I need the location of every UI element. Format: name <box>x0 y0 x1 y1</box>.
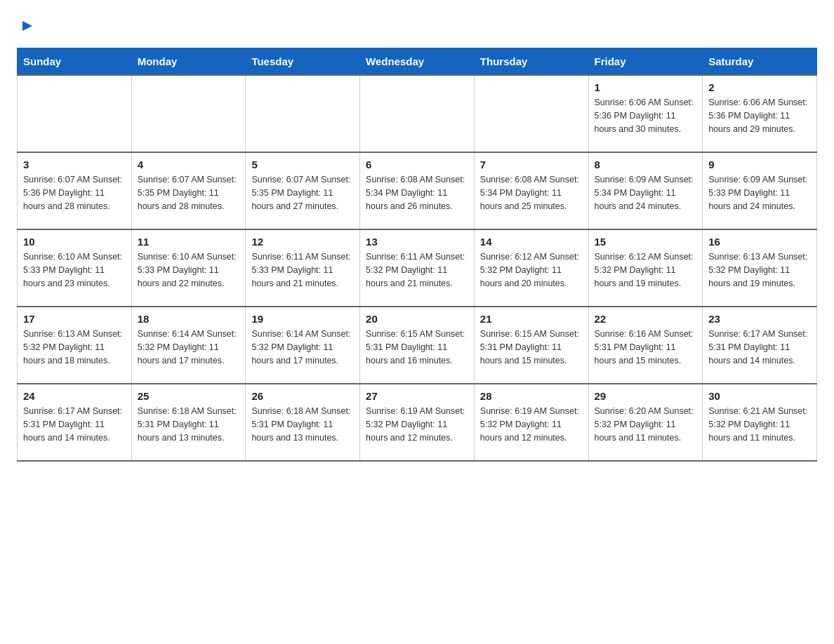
calendar-cell: 10Sunrise: 6:10 AM Sunset: 5:33 PM Dayli… <box>18 229 132 307</box>
day-number: 16 <box>708 236 811 248</box>
logo-arrow-icon <box>20 18 35 36</box>
calendar-cell: 9Sunrise: 6:09 AM Sunset: 5:33 PM Daylig… <box>703 152 817 229</box>
day-info: Sunrise: 6:06 AM Sunset: 5:36 PM Dayligh… <box>708 96 811 135</box>
calendar-cell: 14Sunrise: 6:12 AM Sunset: 5:32 PM Dayli… <box>474 229 588 307</box>
day-number: 4 <box>138 159 240 170</box>
calendar-cell: 27Sunrise: 6:19 AM Sunset: 5:32 PM Dayli… <box>360 384 475 461</box>
day-info: Sunrise: 6:10 AM Sunset: 5:33 PM Dayligh… <box>23 250 126 290</box>
day-number: 27 <box>366 390 468 402</box>
day-info: Sunrise: 6:07 AM Sunset: 5:35 PM Dayligh… <box>251 173 354 213</box>
calendar-cell <box>474 75 588 152</box>
day-info: Sunrise: 6:11 AM Sunset: 5:32 PM Dayligh… <box>366 250 468 290</box>
day-number: 29 <box>595 390 697 402</box>
calendar-cell: 7Sunrise: 6:08 AM Sunset: 5:34 PM Daylig… <box>474 152 588 229</box>
calendar-cell: 30Sunrise: 6:21 AM Sunset: 5:32 PM Dayli… <box>703 384 817 461</box>
day-number: 12 <box>251 236 354 248</box>
day-number: 3 <box>23 159 126 170</box>
day-info: Sunrise: 6:19 AM Sunset: 5:32 PM Dayligh… <box>366 405 468 444</box>
day-info: Sunrise: 6:13 AM Sunset: 5:32 PM Dayligh… <box>23 328 126 367</box>
day-info: Sunrise: 6:15 AM Sunset: 5:31 PM Dayligh… <box>480 328 583 367</box>
day-info: Sunrise: 6:08 AM Sunset: 5:34 PM Dayligh… <box>480 173 583 213</box>
day-number: 21 <box>480 313 583 325</box>
day-number: 13 <box>366 236 468 248</box>
day-info: Sunrise: 6:20 AM Sunset: 5:32 PM Dayligh… <box>595 405 697 444</box>
weekday-header-monday: Monday <box>131 48 246 76</box>
day-info: Sunrise: 6:12 AM Sunset: 5:32 PM Dayligh… <box>480 250 583 290</box>
day-info: Sunrise: 6:07 AM Sunset: 5:35 PM Dayligh… <box>138 173 240 213</box>
day-info: Sunrise: 6:17 AM Sunset: 5:31 PM Dayligh… <box>23 405 126 444</box>
calendar-cell: 4Sunrise: 6:07 AM Sunset: 5:35 PM Daylig… <box>131 152 246 229</box>
calendar-cell: 1Sunrise: 6:06 AM Sunset: 5:36 PM Daylig… <box>588 75 703 152</box>
day-number: 2 <box>708 81 811 93</box>
calendar-cell: 16Sunrise: 6:13 AM Sunset: 5:32 PM Dayli… <box>703 229 817 307</box>
day-info: Sunrise: 6:14 AM Sunset: 5:32 PM Dayligh… <box>251 328 354 367</box>
day-info: Sunrise: 6:15 AM Sunset: 5:31 PM Dayligh… <box>366 328 468 367</box>
day-info: Sunrise: 6:19 AM Sunset: 5:32 PM Dayligh… <box>480 405 583 444</box>
day-info: Sunrise: 6:18 AM Sunset: 5:31 PM Dayligh… <box>138 405 240 444</box>
day-number: 20 <box>366 313 468 325</box>
calendar-week-row: 1Sunrise: 6:06 AM Sunset: 5:36 PM Daylig… <box>18 75 817 152</box>
day-number: 1 <box>595 81 697 93</box>
calendar-cell: 3Sunrise: 6:07 AM Sunset: 5:36 PM Daylig… <box>18 152 132 229</box>
day-info: Sunrise: 6:08 AM Sunset: 5:34 PM Dayligh… <box>366 173 468 213</box>
day-info: Sunrise: 6:06 AM Sunset: 5:36 PM Dayligh… <box>595 96 697 135</box>
calendar-cell <box>18 75 132 152</box>
weekday-header-row: SundayMondayTuesdayWednesdayThursdayFrid… <box>18 48 817 76</box>
day-number: 18 <box>138 313 240 325</box>
calendar-week-row: 3Sunrise: 6:07 AM Sunset: 5:36 PM Daylig… <box>18 152 817 229</box>
weekday-header-wednesday: Wednesday <box>360 48 475 76</box>
calendar-cell: 29Sunrise: 6:20 AM Sunset: 5:32 PM Dayli… <box>588 384 703 461</box>
calendar-cell: 28Sunrise: 6:19 AM Sunset: 5:32 PM Dayli… <box>474 384 588 461</box>
calendar-cell: 18Sunrise: 6:14 AM Sunset: 5:32 PM Dayli… <box>131 307 246 384</box>
calendar-cell: 20Sunrise: 6:15 AM Sunset: 5:31 PM Dayli… <box>360 307 475 384</box>
calendar-week-row: 10Sunrise: 6:10 AM Sunset: 5:33 PM Dayli… <box>18 229 817 307</box>
calendar-cell: 12Sunrise: 6:11 AM Sunset: 5:33 PM Dayli… <box>246 229 360 307</box>
day-info: Sunrise: 6:17 AM Sunset: 5:31 PM Dayligh… <box>708 328 811 367</box>
logo <box>17 17 35 36</box>
day-info: Sunrise: 6:21 AM Sunset: 5:32 PM Dayligh… <box>708 405 811 444</box>
calendar-cell: 17Sunrise: 6:13 AM Sunset: 5:32 PM Dayli… <box>18 307 132 384</box>
day-number: 19 <box>251 313 354 325</box>
calendar-cell <box>360 75 475 152</box>
weekday-header-tuesday: Tuesday <box>246 48 360 76</box>
weekday-header-saturday: Saturday <box>703 48 817 76</box>
day-number: 5 <box>251 159 354 170</box>
calendar-week-row: 24Sunrise: 6:17 AM Sunset: 5:31 PM Dayli… <box>18 384 817 461</box>
svg-marker-0 <box>22 21 32 31</box>
day-info: Sunrise: 6:07 AM Sunset: 5:36 PM Dayligh… <box>23 173 126 213</box>
calendar-cell: 21Sunrise: 6:15 AM Sunset: 5:31 PM Dayli… <box>474 307 588 384</box>
day-info: Sunrise: 6:16 AM Sunset: 5:31 PM Dayligh… <box>595 328 697 367</box>
day-info: Sunrise: 6:13 AM Sunset: 5:32 PM Dayligh… <box>708 250 811 290</box>
calendar-cell <box>246 75 360 152</box>
day-number: 22 <box>595 313 697 325</box>
day-number: 17 <box>23 313 126 325</box>
day-info: Sunrise: 6:09 AM Sunset: 5:33 PM Dayligh… <box>708 173 811 213</box>
calendar-cell: 5Sunrise: 6:07 AM Sunset: 5:35 PM Daylig… <box>246 152 360 229</box>
day-number: 23 <box>708 313 811 325</box>
day-number: 24 <box>23 390 126 402</box>
calendar-cell: 11Sunrise: 6:10 AM Sunset: 5:33 PM Dayli… <box>131 229 246 307</box>
day-number: 11 <box>138 236 240 248</box>
calendar-cell: 15Sunrise: 6:12 AM Sunset: 5:32 PM Dayli… <box>588 229 703 307</box>
calendar-cell: 25Sunrise: 6:18 AM Sunset: 5:31 PM Dayli… <box>131 384 246 461</box>
weekday-header-thursday: Thursday <box>474 48 588 76</box>
day-info: Sunrise: 6:12 AM Sunset: 5:32 PM Dayligh… <box>595 250 697 290</box>
calendar-cell: 23Sunrise: 6:17 AM Sunset: 5:31 PM Dayli… <box>703 307 817 384</box>
day-number: 28 <box>480 390 583 402</box>
calendar-cell: 2Sunrise: 6:06 AM Sunset: 5:36 PM Daylig… <box>703 75 817 152</box>
calendar-cell: 26Sunrise: 6:18 AM Sunset: 5:31 PM Dayli… <box>246 384 360 461</box>
calendar-cell <box>131 75 246 152</box>
day-info: Sunrise: 6:11 AM Sunset: 5:33 PM Dayligh… <box>251 250 354 290</box>
day-info: Sunrise: 6:10 AM Sunset: 5:33 PM Dayligh… <box>138 250 240 290</box>
day-number: 25 <box>138 390 240 402</box>
day-number: 26 <box>251 390 354 402</box>
calendar-cell: 22Sunrise: 6:16 AM Sunset: 5:31 PM Dayli… <box>588 307 703 384</box>
day-number: 9 <box>708 159 811 170</box>
day-number: 7 <box>480 159 583 170</box>
weekday-header-friday: Friday <box>588 48 703 76</box>
day-number: 14 <box>480 236 583 248</box>
calendar-cell: 24Sunrise: 6:17 AM Sunset: 5:31 PM Dayli… <box>18 384 132 461</box>
calendar-week-row: 17Sunrise: 6:13 AM Sunset: 5:32 PM Dayli… <box>18 307 817 384</box>
calendar-cell: 8Sunrise: 6:09 AM Sunset: 5:34 PM Daylig… <box>588 152 703 229</box>
calendar-cell: 13Sunrise: 6:11 AM Sunset: 5:32 PM Dayli… <box>360 229 475 307</box>
